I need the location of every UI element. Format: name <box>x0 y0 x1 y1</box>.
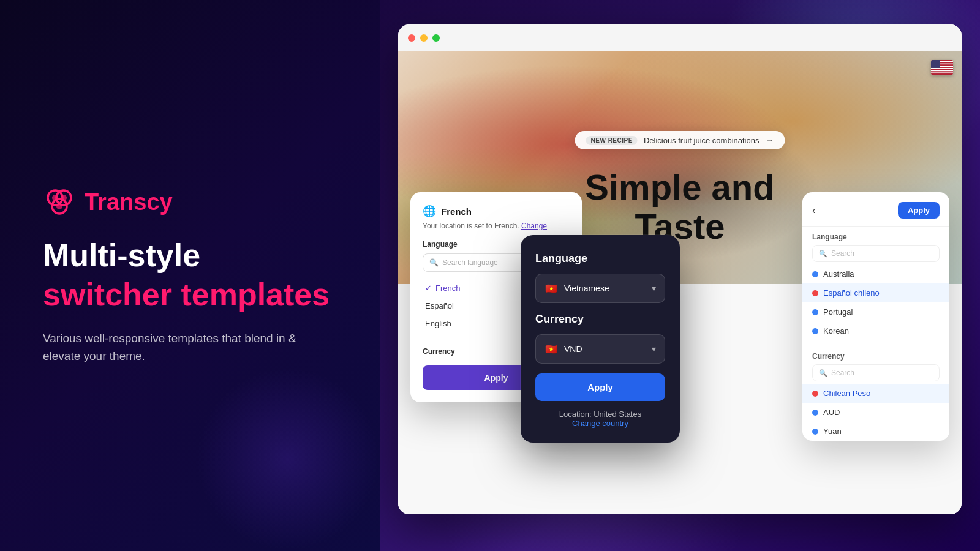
currency-chevron-icon: ▾ <box>652 344 656 354</box>
list-currency-label: Currency <box>802 346 949 364</box>
browser-minimize-dot <box>420 34 428 42</box>
subtext: Various well-responsive templates that b… <box>43 329 337 365</box>
browser-close-dot <box>408 34 415 42</box>
hero-title: Simple and Taste <box>585 168 774 246</box>
modal-dark: Language 🇻🇳 Vietnamese ▾ Currency 🇻🇳 VND… <box>521 235 680 443</box>
french-currency-label: Currency <box>423 347 455 356</box>
dark-language-dropdown[interactable]: 🇻🇳 Vietnamese ▾ <box>535 274 665 303</box>
dark-location-text: Location: United States <box>535 410 665 419</box>
svg-rect-17 <box>931 72 953 73</box>
pill-badge: NEW RECIPE Delicious fruit juice combina… <box>575 131 785 149</box>
dark-language-label: Language <box>535 252 665 265</box>
vnd-flag: 🇻🇳 <box>545 342 558 356</box>
list-language-label: Language <box>802 227 949 245</box>
vietnamese-flag: 🇻🇳 <box>545 282 558 295</box>
list-language-search-placeholder: Search <box>831 249 854 258</box>
browser-header <box>398 24 962 51</box>
list-item-chilean-peso[interactable]: Chilean Peso <box>802 384 949 403</box>
back-arrow-icon[interactable]: ‹ <box>812 205 815 216</box>
list-item-portugal[interactable]: Portugal <box>802 302 949 321</box>
list-currency-search[interactable]: 🔍 Search <box>812 364 940 381</box>
svg-rect-20 <box>931 60 940 68</box>
svg-rect-16 <box>931 70 953 72</box>
svg-point-3 <box>52 195 58 201</box>
change-link[interactable]: Change <box>521 222 547 230</box>
french-lang-french-label: French <box>435 283 460 293</box>
us-flag <box>931 60 953 75</box>
right-panel: NEW RECIPE Delicious fruit juice combina… <box>380 0 980 551</box>
list-item-yuan[interactable]: Yuan <box>802 422 949 441</box>
hero-title-line1: Simple and <box>585 168 774 207</box>
list-divider <box>802 343 949 343</box>
svg-rect-19 <box>931 73 953 75</box>
dark-apply-button[interactable]: Apply <box>535 373 665 401</box>
aud-dot <box>812 410 818 416</box>
list-apply-button[interactable]: Apply <box>898 202 940 219</box>
browser-content: NEW RECIPE Delicious fruit juice combina… <box>398 51 962 514</box>
australia-dot <box>812 271 818 277</box>
list-search-icon: 🔍 <box>819 250 827 258</box>
aud-label: AUD <box>823 408 840 417</box>
check-icon: ✓ <box>425 283 432 293</box>
french-location-text: Your location is set to French. Change <box>423 222 570 230</box>
dark-language-dropdown-left: 🇻🇳 Vietnamese <box>545 282 609 295</box>
dark-currency-value: VND <box>564 344 582 354</box>
chileno-dot <box>812 290 818 296</box>
globe-icon: 🌐 <box>423 204 436 218</box>
korean-label: Korean <box>823 326 849 335</box>
svg-rect-14 <box>931 68 953 69</box>
svg-rect-18 <box>931 72 953 73</box>
chilean-peso-label: Chilean Peso <box>823 389 870 398</box>
transcy-logo-icon <box>43 186 76 219</box>
badge-arrow: → <box>765 135 774 145</box>
list-language-search[interactable]: 🔍 Search <box>812 245 940 262</box>
tagline-line2: switcher templates <box>43 277 343 312</box>
yuan-dot <box>812 429 818 435</box>
search-icon: 🔍 <box>429 258 439 267</box>
french-modal-title: French <box>441 206 472 217</box>
language-chevron-icon: ▾ <box>652 283 656 293</box>
browser-card: NEW RECIPE Delicious fruit juice combina… <box>398 24 962 514</box>
svg-point-5 <box>56 203 62 209</box>
badge-text: Delicious fruit juice combinations <box>644 136 760 145</box>
modal-list: ‹ Apply Language 🔍 Search Australia Espa… <box>802 192 949 441</box>
list-item-korean[interactable]: Korean <box>802 321 949 340</box>
dark-currency-dropdown-left: 🇻🇳 VND <box>545 342 582 356</box>
french-lang-english-label: English <box>425 319 451 328</box>
clp-dot <box>812 391 818 397</box>
dark-language-value: Vietnamese <box>564 283 609 293</box>
tagline-line1: Multi-style <box>43 238 343 273</box>
australia-label: Australia <box>823 269 854 279</box>
logo-suffix: cy <box>146 189 172 215</box>
left-panel: Transcy Multi-style switcher templates V… <box>0 0 380 551</box>
logo-row: Transcy <box>43 186 343 219</box>
french-search-placeholder: Search language <box>442 258 498 267</box>
portugal-dot <box>812 309 818 315</box>
list-item-australia[interactable]: Australia <box>802 264 949 283</box>
list-currency-search-icon: 🔍 <box>819 369 827 377</box>
dark-currency-dropdown[interactable]: 🇻🇳 VND ▾ <box>535 334 665 364</box>
portugal-label: Portugal <box>823 307 853 317</box>
svg-point-4 <box>61 195 67 201</box>
change-country-link[interactable]: Change country <box>535 419 665 428</box>
logo-prefix: Trans <box>85 189 146 215</box>
korean-dot <box>812 328 818 334</box>
french-modal-header: 🌐 French <box>423 204 570 218</box>
browser-maximize-dot <box>432 34 440 42</box>
list-item-espanol-chileno[interactable]: Español chileno <box>802 283 949 302</box>
list-currency-search-placeholder: Search <box>831 369 854 377</box>
list-modal-header: ‹ Apply <box>802 192 949 227</box>
list-item-aud[interactable]: AUD <box>802 403 949 422</box>
logo-text: Transcy <box>85 189 173 216</box>
svg-rect-15 <box>931 69 953 70</box>
espanol-chileno-label: Español chileno <box>823 288 880 298</box>
dark-currency-label: Currency <box>535 313 665 326</box>
badge-new-label: NEW RECIPE <box>586 136 638 145</box>
yuan-label: Yuan <box>823 427 842 436</box>
french-lang-espanol-label: Español <box>425 301 454 310</box>
